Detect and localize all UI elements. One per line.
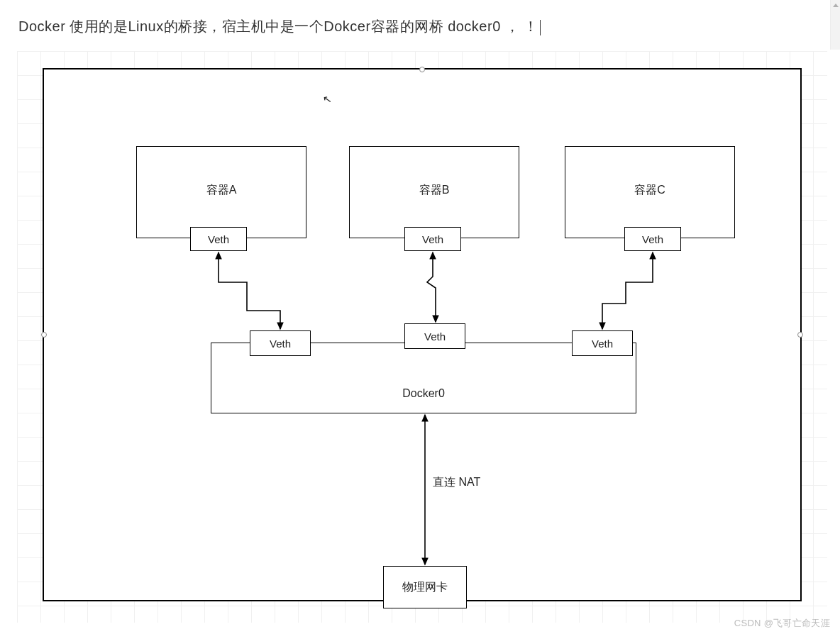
- container-b-veth[interactable]: Veth: [404, 227, 461, 251]
- physical-nic-box[interactable]: 物理网卡: [383, 566, 467, 608]
- container-a-box[interactable]: 容器A: [136, 146, 306, 238]
- text-cursor-icon: [540, 20, 541, 35]
- diagram-canvas[interactable]: ↖ 容器A Veth 容器B Veth 容器C Veth Docker0 Vet…: [17, 51, 827, 623]
- page-caption: Docker 使用的是Linux的桥接，宿主机中是一个Dokcer容器的网桥 d…: [18, 17, 541, 36]
- veth-label: Veth: [424, 330, 446, 343]
- mouse-cursor-icon: ↖: [322, 92, 333, 106]
- bridge-veth-c[interactable]: Veth: [572, 330, 633, 356]
- container-c-veth[interactable]: Veth: [624, 227, 681, 251]
- nat-label: 直连 NAT: [433, 475, 480, 490]
- scrollbar[interactable]: [830, 0, 840, 50]
- bridge-veth-b[interactable]: Veth: [404, 323, 465, 349]
- veth-label: Veth: [642, 233, 663, 245]
- container-b-box[interactable]: 容器B: [349, 146, 519, 238]
- watermark-text: CSDN @飞哥亡命天涯: [734, 617, 830, 630]
- bridge-label: Docker0: [402, 387, 445, 400]
- resize-handle-top[interactable]: [419, 67, 425, 72]
- nic-label: 物理网卡: [402, 580, 448, 595]
- veth-label: Veth: [592, 338, 613, 350]
- container-c-label: 容器C: [634, 183, 665, 198]
- veth-label: Veth: [208, 233, 229, 245]
- container-c-box[interactable]: 容器C: [565, 146, 735, 238]
- container-a-label: 容器A: [206, 183, 237, 198]
- outer-frame[interactable]: ↖ 容器A Veth 容器B Veth 容器C Veth Docker0 Vet…: [43, 68, 802, 601]
- container-b-label: 容器B: [419, 183, 450, 198]
- caption-text: Docker 使用的是Linux的桥接，宿主机中是一个Dokcer容器的网桥 d…: [18, 18, 538, 34]
- container-a-veth[interactable]: Veth: [190, 227, 247, 251]
- veth-label: Veth: [270, 338, 291, 350]
- veth-label: Veth: [422, 233, 443, 245]
- bridge-veth-a[interactable]: Veth: [250, 330, 311, 356]
- resize-handle-left[interactable]: [41, 332, 47, 338]
- resize-handle-right[interactable]: [797, 332, 803, 338]
